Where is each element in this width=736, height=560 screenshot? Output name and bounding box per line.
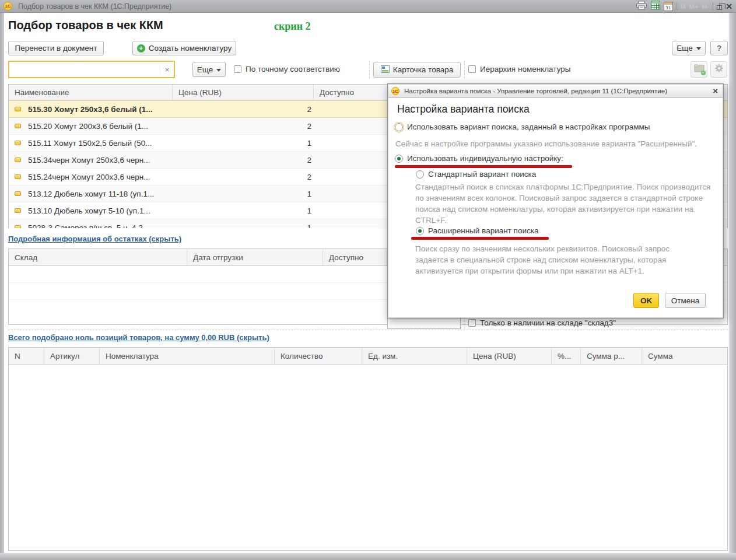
folder-plus-icon: +	[694, 64, 705, 75]
exact-match-checkbox[interactable]	[234, 65, 241, 73]
radio-label: Использовать вариант поиска, заданный в …	[407, 123, 650, 131]
product-card-label: Карточка товара	[393, 65, 453, 74]
column-header-ship-date[interactable]: Дата отгрузки	[187, 249, 323, 265]
clear-search-icon[interactable]: ×	[160, 65, 174, 74]
column-header-sum-r[interactable]: Сумма р...	[581, 348, 642, 364]
product-price: 2	[178, 156, 320, 164]
stock-details-link[interactable]: Подробная информация об остатках (скрыть…	[8, 235, 181, 243]
column-header-name[interactable]: Наименование	[9, 85, 173, 100]
product-name: 513.12 Дюбель хомут 11-18 (уп.1...	[28, 190, 178, 198]
product-name: 515.11 Хомут 150х2,5 белый (50...	[28, 139, 178, 148]
column-header-price[interactable]: Цена (RUB)	[173, 85, 314, 100]
gear-icon	[714, 64, 724, 75]
titlebar-separator	[713, 2, 713, 10]
more-button-top[interactable]: Еще	[672, 41, 706, 55]
column-header-article[interactable]: Артикул	[44, 348, 100, 364]
radio-use-program-setting[interactable]: Использовать вариант поиска, заданный в …	[395, 123, 650, 131]
transfer-button-label: Перенести в документ	[15, 44, 97, 52]
only-in-stock-label: Только в наличии на складе "склад3"	[480, 318, 616, 327]
cancel-button-label: Отмена	[671, 296, 699, 305]
screenshot-annotation: скрин 2	[274, 20, 311, 33]
print-icon[interactable]	[636, 1, 647, 12]
item-icon	[15, 107, 21, 111]
ok-button[interactable]: OK	[633, 293, 659, 308]
product-card-button[interactable]: Карточка товара	[373, 62, 461, 78]
chevron-down-icon	[696, 47, 701, 50]
separator	[464, 317, 465, 328]
product-name: 515.24черн Хомут 200х3,6 черн...	[28, 173, 178, 181]
create-nomenclature-button[interactable]: + Создать номенклатуру	[132, 41, 236, 55]
radio-label: Стандартный вариант поиска	[428, 170, 536, 178]
product-price: 2	[178, 173, 320, 181]
radio-label: Расширенный вариант поиска	[428, 226, 538, 235]
memory-mplus-button[interactable]: M+	[689, 3, 699, 10]
calendar-icon[interactable]: 31	[664, 2, 673, 11]
plus-icon: +	[137, 44, 145, 52]
memory-m-button[interactable]: M	[681, 3, 686, 10]
search-box: ×	[8, 61, 175, 78]
radio-use-individual-setting[interactable]: Использовать индивидуальную настройку:	[395, 154, 563, 163]
product-price: 2	[178, 122, 320, 131]
product-price: 1	[178, 206, 320, 215]
create-group-button[interactable]: +	[691, 61, 707, 78]
product-price: 1	[178, 190, 320, 198]
item-icon	[15, 191, 21, 196]
exact-match-label: По точному соответствию	[246, 65, 340, 74]
window-frame-bottom	[0, 553, 736, 560]
item-icon	[15, 208, 21, 213]
radio-icon	[416, 227, 424, 235]
item-icon	[15, 174, 21, 179]
search-input[interactable]	[9, 62, 160, 77]
memory-mminus-button[interactable]: M-	[702, 3, 709, 10]
window-frame-right	[729, 13, 736, 560]
separator	[464, 61, 465, 78]
ok-button-label: OK	[640, 296, 652, 305]
item-icon	[15, 141, 21, 145]
cancel-button[interactable]: Отмена	[665, 293, 706, 308]
help-button-label: ?	[717, 44, 721, 52]
radio-icon	[395, 155, 403, 163]
1c-logo-icon: 1С	[391, 87, 399, 95]
red-underline-annotation	[395, 165, 572, 168]
hierarchy-checkbox[interactable]	[468, 65, 476, 73]
dialog-title: Настройка варианта поиска - Управление т…	[404, 88, 667, 94]
column-header-percent[interactable]: %...	[552, 348, 581, 364]
column-header-n[interactable]: N	[9, 348, 44, 364]
extended-search-description: Поиск сразу по значениям нескольких рекв…	[415, 243, 684, 276]
column-header-price-rub[interactable]: Цена (RUB)	[467, 348, 552, 364]
radio-label: Использовать индивидуальную настройку:	[407, 154, 563, 163]
column-header-nomenclature[interactable]: Номенклатура	[100, 348, 275, 364]
search-more-button[interactable]: Еще	[192, 62, 226, 77]
product-name: 515.30 Хомут 250х3,6 белый (1...	[28, 105, 178, 114]
create-button-label: Создать номенклатуру	[149, 44, 232, 52]
selected-items-table: N Артикул Номенклатура Количество Ед. из…	[8, 347, 728, 551]
dialog-heading: Настройка варианта поиска	[397, 103, 530, 116]
column-header-sum[interactable]: Сумма	[642, 348, 727, 364]
radio-icon	[416, 170, 424, 178]
radio-standard-search[interactable]: Стандартный вариант поиска	[416, 170, 536, 178]
item-icon	[15, 158, 21, 162]
selection-summary-link[interactable]: Всего подобрано ноль позиций товаров, на…	[8, 333, 269, 342]
transfer-to-document-button[interactable]: Перенести в документ	[8, 41, 104, 55]
dialog-close-icon[interactable]: ×	[713, 86, 718, 95]
titlebar-separator	[677, 2, 677, 10]
product-name: 515.34черн Хомут 250х3,6 черн...	[28, 156, 178, 164]
search-more-label: Еще	[197, 65, 213, 74]
column-header-stock-available[interactable]: Доступно	[323, 249, 387, 265]
1c-logo-icon: 1С	[3, 2, 12, 10]
help-button[interactable]: ?	[710, 41, 728, 55]
product-name: 513.10 Дюбель хомут 5-10 (уп.1...	[28, 206, 178, 215]
item-icon	[15, 225, 21, 228]
restore-window-icon[interactable]	[717, 5, 722, 10]
more-button-label: Еще	[677, 44, 692, 52]
only-in-stock-checkbox[interactable]	[468, 319, 476, 327]
product-name: 5028-3 Саморез п/ш св. 5 н. 4,2...	[28, 223, 178, 229]
close-window-icon[interactable]: ✕	[726, 2, 733, 10]
column-header-warehouse[interactable]: Склад	[9, 249, 187, 265]
settings-gear-button[interactable]	[710, 61, 727, 78]
radio-extended-search[interactable]: Расширенный вариант поиска	[416, 226, 538, 235]
hierarchy-label: Иерархия номенклатуры	[480, 65, 570, 74]
column-header-quantity[interactable]: Количество	[275, 348, 362, 364]
calculator-icon[interactable]	[651, 1, 660, 12]
column-header-unit[interactable]: Ед. изм.	[362, 348, 467, 364]
